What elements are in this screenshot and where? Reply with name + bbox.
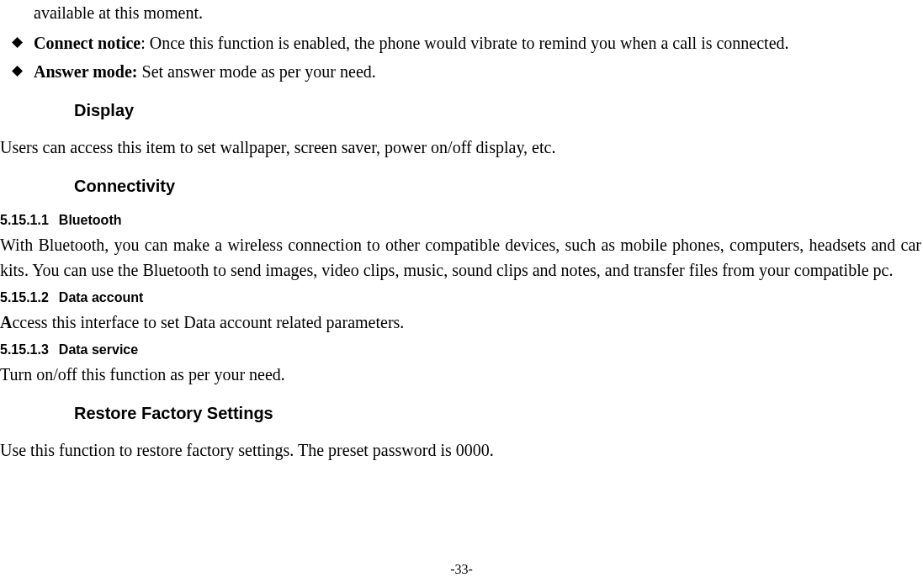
subheading-data-service: 5.15.1.3Data service [0,340,921,360]
body-first-letter: A [0,313,12,331]
heading-connectivity: Connectivity [0,173,921,199]
restore-body: Use this function to restore factory set… [0,437,921,463]
document-content: available at this moment. Connect notice… [0,0,921,463]
subheading-title: Data account [59,290,143,305]
subheading-data-account: 5.15.1.2Data account [0,288,921,308]
bullet-label: Connect notice [34,34,141,52]
data-service-body: Turn on/off this function as per your ne… [0,362,921,387]
subheading-num: 5.15.1.1 [0,210,49,230]
list-item: Answer mode: Set answer mode as per your… [0,59,921,84]
bullet-list: Connect notice: Once this function is en… [0,30,921,84]
list-item: Connect notice: Once this function is en… [0,30,921,56]
heading-restore: Restore Factory Settings [0,400,921,426]
bullet-sep: : [141,34,150,52]
bullet-text: Once this function is enabled, the phone… [150,34,789,52]
data-account-body: Access this interface to set Data accoun… [0,310,921,335]
subheading-num: 5.15.1.2 [0,288,49,308]
subheading-bluetooth: 5.15.1.1Bluetooth [0,210,921,230]
subheading-num: 5.15.1.3 [0,340,49,360]
fragment-line: available at this moment. [0,0,921,25]
bullet-label: Answer mode: [34,62,138,81]
display-body: Users can access this item to set wallpa… [0,135,921,160]
subheading-title: Data service [59,342,138,357]
heading-display: Display [0,98,921,123]
bluetooth-body: With Bluetooth, you can make a wireless … [0,232,921,283]
bullet-text: Set answer mode as per your need. [142,62,376,81]
body-rest: ccess this interface to set Data account… [12,313,404,331]
page-number: -33- [0,559,923,580]
subheading-title: Bluetooth [59,213,122,227]
